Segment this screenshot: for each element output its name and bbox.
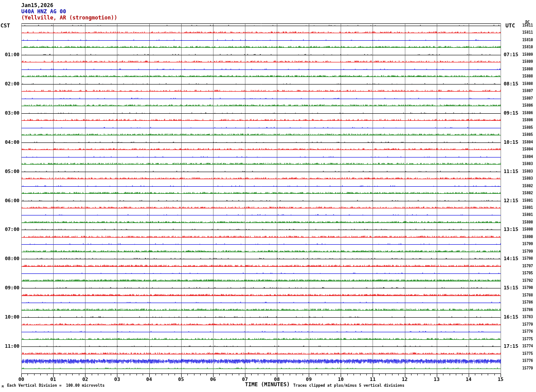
dc-value: 15806	[522, 111, 533, 115]
hour-label-utc: 15:15	[504, 285, 518, 291]
dc-value: 15807	[522, 96, 533, 100]
dc-value: 15806	[522, 104, 533, 108]
time-axis-label: TIME (MINUTES)	[245, 381, 290, 388]
hour-label-utc: 10:15	[504, 139, 518, 145]
dc-value: 15804	[522, 155, 533, 159]
dc-value: 15786	[522, 300, 533, 304]
minute-label: 06	[210, 377, 216, 382]
hour-label-cst: 02:00	[0, 81, 19, 87]
dc-value: 15802	[522, 191, 533, 195]
hour-label-utc: 09:15	[504, 110, 518, 116]
hour-label-utc: 11:15	[504, 169, 518, 174]
dc-value: 15783	[522, 315, 533, 319]
dc-value: 15811	[522, 31, 533, 35]
minute-label: 15	[497, 377, 503, 382]
minute-label: 01	[50, 377, 56, 382]
dc-value: 15797	[522, 264, 533, 268]
dc-value: 15809	[522, 60, 533, 64]
dc-value: 15805	[522, 133, 533, 137]
minute-label: 12	[402, 377, 408, 382]
dc-value: 15808	[522, 74, 533, 78]
dc-value: 15795	[522, 271, 533, 275]
hour-label-cst: 01:00	[0, 52, 19, 58]
dc-value: 15804	[522, 140, 533, 144]
dc-value: 15805	[522, 126, 533, 130]
hour-label-cst: 08:00	[0, 256, 19, 261]
dc-value: 15803	[522, 169, 533, 173]
hour-label-utc: 16:15	[504, 314, 518, 320]
hour-label-utc: 12:15	[504, 198, 518, 204]
dc-value: 15810	[522, 45, 533, 49]
dc-value: 15790	[522, 286, 533, 290]
dc-value: 15810	[522, 38, 533, 42]
dc-value: 15775	[522, 337, 533, 341]
corner-mark: M	[2, 385, 4, 388]
scale-note: Each Vertical Division = 100.00 microvol…	[7, 383, 105, 388]
dc-value: 15801	[522, 213, 533, 217]
minute-label: 09	[306, 377, 312, 382]
dc-value: 15786	[522, 308, 533, 312]
hour-label-utc: 14:15	[504, 256, 518, 261]
dc-value: 15775	[522, 352, 533, 356]
dc-value: 15800	[522, 227, 533, 231]
timezone-left-label: CST	[0, 23, 10, 29]
helicorder-screen: Jan15,2026 U40A HNZ AG 00 (Yellville, AR…	[0, 0, 536, 392]
dc-value: 15802	[522, 184, 533, 188]
minute-label: 03	[114, 377, 120, 382]
dc-value: 15799	[522, 250, 533, 254]
hour-label-cst: 10:00	[0, 314, 19, 320]
dc-value: 15798	[522, 257, 533, 261]
minute-label: 11	[370, 377, 376, 382]
hour-label-cst: 04:00	[0, 139, 19, 145]
header-date: Jan15,2026	[21, 2, 53, 8]
hour-label-utc: 07:15	[504, 52, 518, 58]
minute-label: 10	[338, 377, 344, 382]
minute-label: 05	[178, 377, 184, 382]
dc-value: 15788	[522, 293, 533, 297]
dc-value: 15799	[522, 242, 533, 246]
hour-label-cst: 07:00	[0, 227, 19, 232]
header-station: U40A HNZ AG 00	[21, 8, 66, 15]
dc-value: 15779	[522, 366, 533, 370]
hour-label-utc: 13:15	[504, 227, 518, 232]
hour-label-cst: 11:00	[0, 343, 19, 349]
dc-value: 15800	[522, 220, 533, 224]
dc-value: 15808	[522, 82, 533, 86]
clip-note: Traces clipped at plus/minus 5 vertical …	[293, 383, 404, 388]
dc-value: 15811	[522, 23, 533, 27]
dc-value: 15792	[522, 279, 533, 283]
dc-value: 15779	[522, 323, 533, 327]
minute-label: 04	[146, 377, 152, 382]
hour-label-cst: 05:00	[0, 169, 19, 174]
dc-value: 15804	[522, 147, 533, 151]
dc-value: 15807	[522, 89, 533, 93]
dc-value: 15803	[522, 162, 533, 166]
dc-value: 15803	[522, 177, 533, 181]
minute-label: 14	[466, 377, 471, 382]
timezone-right-label: UTC	[505, 23, 515, 29]
minute-label: 13	[434, 377, 439, 382]
minute-label: 00	[18, 377, 24, 382]
dc-value: 15776	[522, 359, 533, 363]
dc-value: 15801	[522, 206, 533, 210]
dc-value: 15800	[522, 235, 533, 239]
header-location: (Yellville, AR (strongmotion))	[21, 15, 117, 21]
dc-value: 15808	[522, 67, 533, 71]
dc-value: 15801	[522, 199, 533, 203]
dc-value: 15806	[522, 118, 533, 122]
dc-value: 15776	[522, 330, 533, 334]
hour-label-utc: 17:15	[504, 343, 518, 349]
dc-value: 15774	[522, 344, 533, 348]
hour-label-cst: 06:00	[0, 198, 19, 204]
hour-label-utc: 08:15	[504, 81, 518, 87]
dc-value: 15809	[522, 53, 533, 57]
hour-label-cst: 09:00	[0, 285, 19, 291]
hour-label-cst: 03:00	[0, 110, 19, 116]
helicorder-plot-canvas	[0, 0, 536, 392]
minute-label: 02	[82, 377, 88, 382]
